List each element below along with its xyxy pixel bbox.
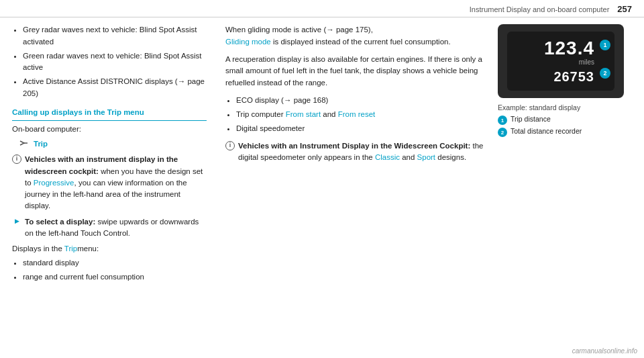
para-2: A recuperation display is also available… <box>225 54 486 89</box>
header-title: Instrument Display and on-board computer <box>470 5 610 13</box>
page-header: Instrument Display and on-board computer… <box>0 0 644 17</box>
trip-label: Trip <box>34 138 48 150</box>
left-column: Grey radar waves next to vehicle: Blind … <box>12 24 207 349</box>
intro-bullets: Grey radar waves next to vehicle: Blind … <box>12 24 207 100</box>
example-label: Example: standard display <box>498 103 632 111</box>
legend-label-1: Trip distance <box>511 115 551 123</box>
info-block-2: i Vehicles with an Instrument Display in… <box>225 140 486 164</box>
info-icon-1: i <box>12 154 21 164</box>
display-bullets: standard display range and current fuel … <box>12 257 207 283</box>
watermark: carmanualsonline.info <box>572 347 637 355</box>
trip-button: Trip <box>19 138 48 150</box>
instrument-display: 123.4 miles 26753 1 2 <box>507 32 614 91</box>
mid-bullet-1: ECO display (→ page 168) <box>236 95 486 107</box>
bullet-1: Grey radar waves next to vehicle: Blind … <box>23 24 207 48</box>
legend-label-2: Total distance recorder <box>511 127 582 135</box>
display-value-2: 26753 <box>553 70 594 83</box>
legend-badge-1: 1 <box>498 116 507 125</box>
main-content: Grey radar waves next to vehicle: Blind … <box>0 17 644 355</box>
section-heading: Calling up displays in the Trip menu <box>12 107 207 121</box>
mid-column: When gliding mode is active (→ page 175)… <box>219 24 486 349</box>
arrow-block: To select a display: swipe upwards or do… <box>12 216 207 240</box>
info-text-2: Vehicles with an Instrument Display in t… <box>238 140 486 164</box>
display-unit: miles <box>579 58 594 66</box>
bullet-3: Active Distance Assist DISTRONIC display… <box>23 76 207 100</box>
legend-item-2: 2 Total distance recorder <box>498 127 632 137</box>
legend-badge-2: 2 <box>498 128 507 137</box>
arrow-text: To select a display: swipe upwards or do… <box>25 216 207 240</box>
badge-1: 1 <box>600 40 610 50</box>
display-bullet-1: standard display <box>23 257 207 269</box>
display-bullet-2: range and current fuel consumption <box>23 271 207 283</box>
display-value-1: 123.4 <box>544 39 594 58</box>
info-icon-2: i <box>225 141 235 150</box>
displays-label: Displays in the Tripmenu: <box>12 243 207 255</box>
onboard-label: On-board computer: <box>12 124 207 136</box>
mid-bullet-3: Digital speedometer <box>236 123 486 135</box>
right-column: 123.4 miles 26753 1 2 Example: standard … <box>498 24 632 349</box>
legend-item-1: 1 Trip distance <box>498 115 632 125</box>
info-block-1: i Vehicles with an instrument display in… <box>12 154 207 212</box>
info-text-1: Vehicles with an instrument display in t… <box>25 154 207 212</box>
bullet-2: Green radar waves next to vehicle: Blind… <box>23 50 207 75</box>
mid-bullets: ECO display (→ page 168) Trip computer F… <box>225 95 486 134</box>
badge-2: 2 <box>600 68 610 79</box>
trip-arrow-icon <box>19 138 28 150</box>
mid-bullet-2: Trip computer From start and From reset <box>236 109 486 121</box>
page-number: 257 <box>617 4 632 14</box>
instrument-image: 123.4 miles 26753 1 2 <box>498 24 624 98</box>
para-1: When gliding mode is active (→ page 175)… <box>225 24 486 48</box>
arrow-icon <box>12 217 21 226</box>
